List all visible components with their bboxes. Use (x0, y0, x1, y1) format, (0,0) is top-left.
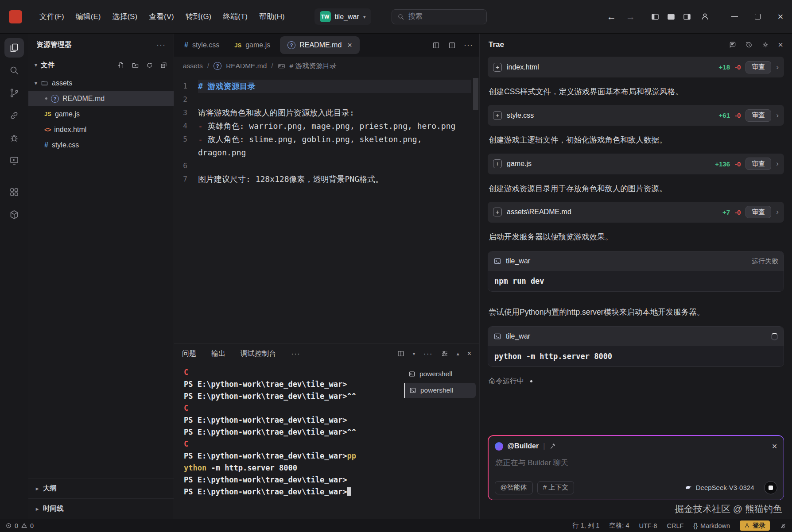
tools-hammer-icon[interactable] (549, 443, 556, 450)
global-search-input[interactable]: 搜索 (392, 9, 487, 24)
review-button[interactable]: 审查 (745, 109, 771, 122)
chevron-right-icon[interactable]: › (776, 208, 779, 216)
account-icon[interactable] (700, 12, 710, 21)
menu-help[interactable]: 帮助(H) (253, 8, 291, 26)
agent-selector[interactable]: @Builder (508, 442, 539, 450)
close-input-icon[interactable]: × (772, 441, 777, 451)
terminal-output[interactable]: C PS E:\python-work\trae_dev\tile_war> P… (174, 364, 400, 519)
close-window-button[interactable]: × (769, 0, 792, 34)
new-file-icon[interactable] (117, 62, 125, 69)
tree-item-assets[interactable]: ▾ assets (28, 75, 174, 91)
breadcrumb-readme[interactable]: README.md (226, 62, 267, 70)
file-change-card[interactable]: + game.js +136 -0 审查 › (488, 154, 784, 174)
review-button[interactable]: 审查 (745, 61, 771, 73)
command-card[interactable]: tile_war python -m http.server 8000 (488, 326, 784, 367)
panel-more-icon[interactable]: ··· (423, 349, 433, 359)
tree-item-game-js[interactable]: JS game.js (28, 106, 174, 122)
problems-indicator[interactable]: 0 0 (5, 522, 34, 529)
panel-tabs-more-icon[interactable]: ··· (291, 349, 300, 359)
file-change-card[interactable]: + index.html +18 -0 审查 › (488, 57, 784, 77)
editor-more-icon[interactable]: ··· (464, 41, 473, 50)
indentation[interactable]: 空格: 4 (609, 521, 629, 530)
command-card[interactable]: tile_war 运行失败 npm run dev (488, 251, 784, 292)
tab-output[interactable]: 输出 (211, 349, 225, 359)
explorer-icon[interactable] (4, 38, 24, 58)
maximize-panel-icon[interactable]: ▴ (457, 351, 459, 357)
review-button[interactable]: 审查 (745, 158, 771, 170)
files-section-header[interactable]: ▾ 文件 (28, 56, 174, 74)
chevron-right-icon[interactable]: › (776, 63, 779, 72)
menu-selection[interactable]: 选择(S) (106, 8, 143, 26)
file-change-card[interactable]: + style.css +61 -0 审查 › (488, 105, 784, 126)
tree-item-index-html[interactable]: <> index.html (28, 122, 174, 137)
tab-style-css[interactable]: # style.css (177, 34, 227, 57)
chevron-right-icon[interactable]: › (776, 159, 779, 168)
breadcrumb-heading[interactable]: # 游戏资源目录 (290, 62, 337, 71)
app-logo[interactable] (9, 10, 22, 23)
chat-input-placeholder[interactable]: 您正在与 Builder 聊天 (496, 458, 776, 468)
toggle-left-panel-icon[interactable] (649, 11, 661, 23)
minimize-button[interactable] (723, 0, 746, 34)
encoding[interactable]: UTF-8 (639, 522, 657, 529)
collapse-all-icon[interactable] (160, 62, 167, 69)
project-switcher[interactable]: TW tile_war ▾ (314, 8, 371, 25)
chevron-down-icon[interactable]: ▾ (413, 351, 415, 357)
terminal-list-item[interactable]: powershell (404, 366, 476, 382)
open-preview-icon[interactable] (432, 41, 440, 50)
explorer-more-icon[interactable]: ··· (156, 40, 166, 50)
breadcrumb-assets[interactable]: assets (183, 62, 203, 70)
notifications-bell-icon[interactable] (780, 522, 787, 529)
toggle-right-panel-icon[interactable] (681, 11, 693, 23)
language-mode[interactable]: {} Markdown (693, 522, 730, 529)
feedback-icon[interactable] (729, 41, 737, 49)
file-change-card[interactable]: + assets\README.md +7 -0 审查 › (488, 202, 784, 223)
search-icon[interactable] (4, 61, 24, 80)
source-control-icon[interactable] (4, 83, 24, 103)
stop-button[interactable] (764, 481, 777, 494)
apps-grid-icon[interactable] (4, 182, 24, 202)
maximize-button[interactable] (746, 0, 769, 34)
close-chat-icon[interactable]: × (778, 40, 783, 50)
marketplace-icon[interactable] (4, 205, 24, 224)
eol-sequence[interactable]: CRLF (667, 522, 684, 529)
tab-problems[interactable]: 问题 (182, 349, 196, 359)
menu-view[interactable]: 查看(V) (143, 8, 180, 26)
review-button[interactable]: 审查 (745, 206, 771, 218)
menu-edit[interactable]: 编辑(E) (70, 8, 107, 26)
editor-scrollbar[interactable] (473, 78, 478, 110)
tab-game-js[interactable]: JS game.js (227, 34, 278, 57)
timeline-section[interactable]: ▸ 时间线 (28, 498, 174, 519)
editor-content[interactable]: 1 # 游戏资源目录 2 3 请将游戏角色和敌人的图片资源放入此目录: 4 - … (174, 75, 479, 343)
split-terminal-icon[interactable] (397, 350, 405, 358)
tree-item-style-css[interactable]: # style.css (28, 137, 174, 153)
settings-gear-icon[interactable] (761, 41, 769, 49)
model-selector[interactable]: DeepSeek-V3-0324 (685, 484, 754, 491)
close-panel-icon[interactable]: × (467, 350, 471, 358)
tab-readme-md[interactable]: ? README.md × (280, 36, 360, 54)
tree-item-readme[interactable]: ? README.md (28, 91, 174, 106)
refresh-icon[interactable] (146, 62, 153, 69)
agent-chip[interactable]: @智能体 (495, 481, 533, 494)
outline-section[interactable]: ▸ 大纲 (28, 478, 174, 498)
loading-spinner-icon (771, 333, 778, 340)
menu-terminal[interactable]: 终端(T) (217, 8, 253, 26)
menu-go[interactable]: 转到(G) (180, 8, 217, 26)
toggle-bottom-panel-icon[interactable] (665, 11, 677, 23)
chevron-right-icon[interactable]: › (776, 111, 779, 120)
context-chip[interactable]: # 上下文 (537, 481, 575, 494)
filter-sliders-icon[interactable] (441, 350, 449, 358)
new-folder-icon[interactable] (132, 62, 139, 69)
cursor-position[interactable]: 行 1, 列 1 (572, 521, 599, 530)
preview-icon[interactable] (4, 151, 24, 170)
close-tab-icon[interactable]: × (347, 41, 352, 50)
history-icon[interactable] (745, 41, 753, 49)
debug-icon[interactable] (4, 128, 24, 148)
terminal-list-item[interactable]: powershell (404, 383, 476, 398)
menu-file[interactable]: 文件(F) (34, 8, 70, 26)
back-icon[interactable]: ← (602, 12, 621, 22)
forward-icon[interactable]: → (621, 12, 640, 22)
tab-debug-console[interactable]: 调试控制台 (241, 349, 276, 359)
link-icon[interactable] (4, 106, 24, 125)
login-button[interactable]: 登录 (740, 520, 770, 531)
split-editor-icon[interactable] (448, 41, 456, 50)
